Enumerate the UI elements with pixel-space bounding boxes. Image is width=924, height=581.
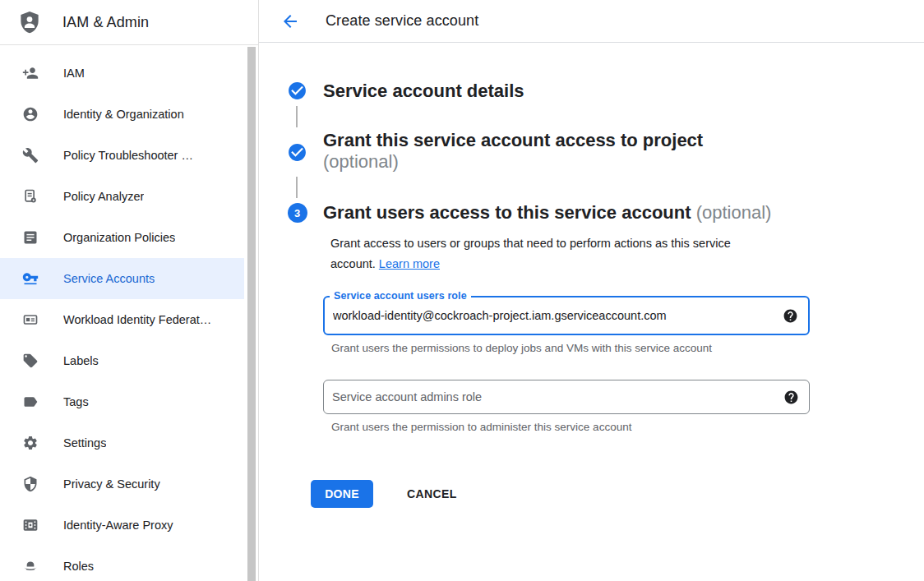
document-gear-icon <box>22 188 39 205</box>
check-circle-icon <box>287 81 307 101</box>
iam-admin-shield-icon <box>16 9 43 35</box>
sidebar-item-tags[interactable]: Tags <box>0 381 258 422</box>
cancel-button[interactable]: CANCEL <box>397 481 467 507</box>
form-actions: DONE CANCEL <box>311 480 924 508</box>
learn-more-link[interactable]: Learn more <box>379 257 440 270</box>
sidebar-item-label: Service Accounts <box>63 272 155 285</box>
page-header: Create service account <box>259 0 924 43</box>
done-button[interactable]: DONE <box>311 480 373 508</box>
sidebar-item-label: Organization Policies <box>63 231 175 244</box>
service-account-users-role-field: Service account users role <box>323 296 810 335</box>
step-3-description: Grant access to users or groups that nee… <box>330 233 778 274</box>
step-number: 3 <box>288 203 307 223</box>
sidebar-nav: IAM Identity & Organization Policy Troub… <box>0 45 258 581</box>
users-role-field-label: Service account users role <box>330 290 471 302</box>
sidebar-item-labels[interactable]: Labels <box>0 340 258 381</box>
app-window: IAM & Admin IAM Identity & Organization <box>0 0 924 581</box>
sidebar-item-label: Roles <box>63 560 94 573</box>
sidebar-item-policy-troubleshooter[interactable]: Policy Troubleshooter … <box>0 135 258 176</box>
sidebar-item-label: IAM <box>63 67 85 80</box>
step-3-title: Grant users access to this service accou… <box>323 202 771 224</box>
sidebar-item-label: Tags <box>63 395 89 408</box>
sidebar-item-label: Identity-Aware Proxy <box>63 519 173 532</box>
users-role-input[interactable] <box>325 297 783 334</box>
tag-arrow-icon <box>22 394 39 410</box>
service-account-key-icon <box>22 270 39 287</box>
proxy-icon <box>22 517 39 533</box>
step-3-grant-users-access: 3 Grant users access to this service acc… <box>287 202 924 224</box>
help-icon[interactable] <box>783 390 799 405</box>
admins-role-input[interactable] <box>324 380 783 413</box>
service-account-admins-role-field <box>323 380 810 414</box>
sidebar-item-roles[interactable]: Roles <box>0 546 258 581</box>
sidebar-item-label: Workload Identity Federat… <box>63 313 211 326</box>
sidebar-title: IAM & Admin <box>62 14 149 31</box>
sidebar-item-service-accounts[interactable]: Service Accounts <box>0 258 244 299</box>
sidebar-item-label: Privacy & Security <box>63 477 160 491</box>
badge-card-icon <box>22 311 39 328</box>
admins-role-helper-text: Grant users the permission to administer… <box>331 421 816 433</box>
page-title: Create service account <box>326 12 478 30</box>
sidebar-item-settings[interactable]: Settings <box>0 422 258 463</box>
step-1-title: Service account details <box>323 81 524 102</box>
step-connector <box>296 106 298 127</box>
sidebar-item-policy-analyzer[interactable]: Policy Analyzer <box>0 176 258 217</box>
step-3-optional-label: (optional) <box>696 202 772 223</box>
step-3-number-badge: 3 <box>287 203 307 224</box>
step-2-title: Grant this service account access to pro… <box>323 130 703 173</box>
sidebar-scrollbar[interactable] <box>247 47 256 581</box>
person-add-icon <box>22 65 39 81</box>
label-tag-icon <box>22 353 39 369</box>
sidebar-item-identity-aware-proxy[interactable]: Identity-Aware Proxy <box>0 505 258 546</box>
help-icon[interactable] <box>783 308 798 324</box>
article-icon <box>22 229 39 246</box>
shield-half-icon <box>22 476 39 492</box>
sidebar-item-label: Settings <box>63 436 106 450</box>
step-connector <box>296 177 298 198</box>
sidebar-item-label: Policy Troubleshooter … <box>63 149 193 162</box>
wrench-icon <box>22 147 39 164</box>
sidebar-item-label: Identity & Organization <box>63 108 184 121</box>
step-3-title-text: Grant users access to this service accou… <box>323 202 691 223</box>
account-circle-icon <box>22 106 39 122</box>
gear-icon <box>22 435 39 451</box>
step-2-optional-label: (optional) <box>323 151 399 172</box>
back-arrow-button[interactable] <box>280 12 300 31</box>
sidebar: IAM & Admin IAM Identity & Organization <box>0 0 259 581</box>
check-circle-icon <box>287 142 307 163</box>
sidebar-item-label: Labels <box>63 354 99 367</box>
sidebar-item-iam[interactable]: IAM <box>0 53 258 94</box>
sidebar-item-organization-policies[interactable]: Organization Policies <box>0 217 258 258</box>
step-1-service-account-details: Service account details <box>287 81 924 102</box>
sidebar-item-privacy-security[interactable]: Privacy & Security <box>0 463 258 505</box>
main-panel: Create service account Service account d… <box>259 0 924 581</box>
create-service-account-form: Service account details Grant this servi… <box>259 43 924 508</box>
sidebar-header: IAM & Admin <box>0 0 258 45</box>
sidebar-item-label: Policy Analyzer <box>63 190 144 203</box>
hat-icon <box>22 558 39 574</box>
step-3-body: Grant access to users or groups that nee… <box>323 233 816 433</box>
users-role-helper-text: Grant users the permissions to deploy jo… <box>331 342 816 354</box>
step-2-grant-access-to-project: Grant this service account access to pro… <box>287 131 924 173</box>
sidebar-item-identity-organization[interactable]: Identity & Organization <box>0 94 258 135</box>
sidebar-item-workload-identity-federation[interactable]: Workload Identity Federat… <box>0 299 258 340</box>
step-2-title-text: Grant this service account access to pro… <box>323 130 703 150</box>
